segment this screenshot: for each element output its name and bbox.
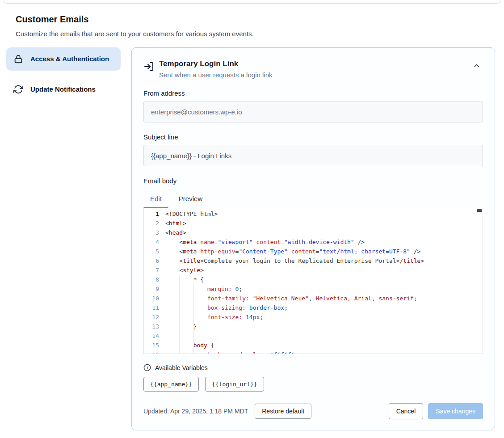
code-line: 2<html> — [144, 219, 483, 228]
code-lines: 1<!DOCTYPE html>2<html>3<head>4 <meta na… — [144, 209, 483, 354]
login-icon — [143, 61, 154, 72]
refresh-icon — [13, 84, 23, 94]
line-number: 16 — [144, 350, 165, 354]
temporary-login-link-panel: Temporary Login Link Sent when a user re… — [131, 47, 495, 430]
subject-line-label: Subject line — [143, 133, 483, 141]
line-number: 5 — [144, 247, 165, 256]
code-line: 5 <meta http-equiv="Content-Type" conten… — [144, 247, 483, 256]
from-address-label: From address — [143, 89, 483, 97]
line-number: 4 — [144, 237, 165, 247]
code-line: 10 font-family: "Helvetica Neue", Helvet… — [144, 294, 483, 303]
chevron-up-icon — [472, 61, 481, 70]
line-number: 8 — [144, 275, 165, 284]
panel-title: Temporary Login Link — [159, 59, 272, 68]
page-subtitle: Customize the emails that are sent to yo… — [16, 30, 488, 38]
code-line: 16 background-color: #f6f6f6; — [144, 350, 483, 354]
line-number: 2 — [144, 219, 165, 228]
sidebar-item-update-notifications[interactable]: Update Notifications — [6, 78, 121, 101]
line-number: 12 — [144, 312, 165, 322]
line-number: 7 — [144, 265, 165, 275]
line-number: 14 — [144, 331, 165, 341]
email-body-label: Email body — [143, 177, 483, 185]
subject-line-input[interactable] — [143, 145, 483, 166]
editor-scrollbar-thumb[interactable] — [477, 209, 482, 212]
info-icon[interactable] — [143, 364, 151, 371]
tab-edit[interactable]: Edit — [143, 191, 168, 208]
sidebar-item-label: Access & Authentication — [30, 54, 109, 64]
code-line: 7 <style> — [144, 265, 483, 275]
code-line: 8 * { — [144, 275, 483, 284]
code-line: 12 font-size: 14px; — [144, 312, 483, 322]
sidebar: Access & Authentication Update Notificat… — [6, 47, 121, 101]
indent-guide — [193, 284, 194, 354]
available-variables-label: Available Variables — [155, 364, 208, 371]
line-number: 10 — [144, 294, 165, 303]
available-variables-header: Available Variables — [143, 364, 483, 371]
line-number: 6 — [144, 256, 165, 265]
updated-timestamp: Updated: Apr 29, 2025, 1:18 PM MDT — [143, 408, 248, 415]
line-number: 15 — [144, 341, 165, 350]
from-address-input[interactable] — [143, 101, 483, 122]
code-line: 14 — [144, 331, 483, 341]
main-layout: Access & Authentication Update Notificat… — [0, 47, 504, 430]
panel-footer: Updated: Apr 29, 2025, 1:18 PM MDT Resto… — [143, 403, 483, 419]
sidebar-item-label: Update Notifications — [30, 84, 96, 95]
restore-default-button[interactable]: Restore default — [255, 404, 311, 419]
code-line: 9 margin: 0; — [144, 284, 483, 294]
indent-guide — [179, 275, 180, 354]
code-line: 6 <title>Complete your login to the Repl… — [144, 256, 483, 265]
panel-header: Temporary Login Link Sent when a user re… — [143, 59, 483, 79]
page-title: Customer Emails — [16, 14, 488, 25]
save-changes-button[interactable]: Save changes — [428, 403, 483, 419]
code-line: 11 box-sizing: border-box; — [144, 303, 483, 312]
collapse-button[interactable] — [470, 59, 483, 72]
panel-header-text: Temporary Login Link Sent when a user re… — [159, 59, 272, 79]
variable-chip[interactable]: {{login_url}} — [205, 377, 264, 392]
top-card-edge — [4, 0, 500, 4]
tab-preview[interactable]: Preview — [172, 191, 209, 208]
lock-icon — [13, 54, 23, 64]
code-line: 4 <meta name="viewport" content="width=d… — [144, 237, 483, 247]
code-line: 15 body { — [144, 341, 483, 350]
code-line: 3<head> — [144, 228, 483, 237]
page-header: Customer Emails Customize the emails tha… — [0, 4, 504, 38]
panel-subtitle: Sent when a user requests a login link — [159, 71, 272, 79]
cancel-button[interactable]: Cancel — [389, 403, 424, 419]
editor-tabs: Edit Preview — [143, 191, 483, 208]
line-number: 11 — [144, 303, 165, 312]
line-number: 3 — [144, 228, 165, 237]
line-number: 1 — [144, 209, 165, 219]
code-line: 13 } — [144, 322, 483, 331]
variable-chip[interactable]: {{app_name}} — [143, 377, 199, 392]
variable-chips: {{app_name}}{{login_url}} — [143, 377, 483, 392]
line-number: 9 — [144, 284, 165, 294]
code-line: 1<!DOCTYPE html> — [144, 209, 483, 219]
line-number: 13 — [144, 322, 165, 331]
code-editor[interactable]: 1<!DOCTYPE html>2<html>3<head>4 <meta na… — [143, 208, 483, 354]
sidebar-item-access-authentication[interactable]: Access & Authentication — [6, 47, 121, 71]
